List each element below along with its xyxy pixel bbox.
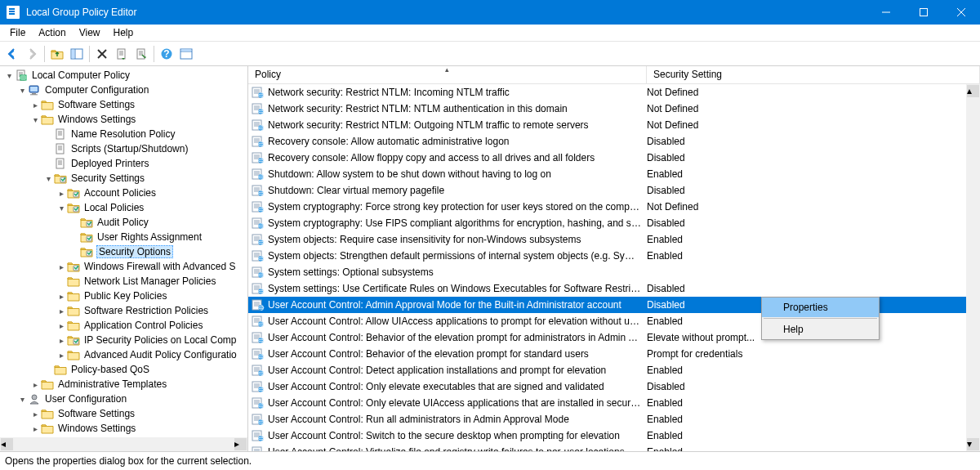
column-header-setting[interactable]: Security Setting — [647, 66, 980, 83]
close-button[interactable] — [942, 0, 980, 25]
policy-row[interactable]: System cryptography: Force strong key pr… — [248, 199, 980, 215]
tree-item[interactable]: Name Resolution Policy — [0, 127, 247, 141]
expand-caret-icon[interactable]: ▾ — [3, 71, 15, 80]
policy-row[interactable]: User Account Control: Behavior of the el… — [248, 346, 980, 362]
horizontal-scrollbar[interactable]: ◂ ▸ — [0, 437, 247, 451]
tree-item[interactable]: ▸Advanced Audit Policy Configuratio — [0, 347, 247, 362]
maximize-button[interactable] — [905, 0, 942, 25]
menu-help[interactable]: Help — [107, 25, 140, 40]
expand-caret-icon[interactable]: ▸ — [56, 307, 67, 316]
policy-row[interactable]: System settings: Optional subsystems — [248, 264, 980, 280]
expand-caret-icon[interactable] — [42, 365, 54, 374]
expand-caret-icon[interactable] — [42, 145, 54, 154]
tree-item[interactable]: ▸Account Policies — [0, 186, 247, 200]
scroll-left-button[interactable]: ◂ — [1, 438, 13, 450]
scroll-up-button[interactable]: ▴ — [967, 85, 979, 97]
tree-item[interactable]: Security Options — [0, 244, 247, 259]
policy-row[interactable]: Network security: Restrict NTLM: NTLM au… — [248, 101, 980, 117]
expand-caret-icon[interactable]: ▸ — [56, 321, 67, 330]
back-button[interactable] — [3, 45, 21, 63]
expand-caret-icon[interactable]: ▸ — [56, 351, 67, 360]
menu-action[interactable]: Action — [32, 25, 72, 40]
tree-item[interactable]: Audit Policy — [0, 215, 247, 230]
tree-item[interactable]: ▾Local Policies — [0, 200, 247, 215]
tree-item[interactable]: ▸Windows Firewall with Advanced S — [0, 259, 247, 274]
delete-button[interactable] — [93, 45, 111, 63]
tree-item[interactable]: ▸Software Settings — [0, 406, 247, 421]
expand-caret-icon[interactable]: ▾ — [29, 115, 41, 124]
expand-caret-icon[interactable]: ▾ — [16, 86, 28, 95]
expand-caret-icon[interactable]: ▾ — [16, 395, 28, 404]
menu-view[interactable]: View — [73, 25, 107, 40]
tree-item[interactable]: ▸Application Control Policies — [0, 318, 247, 333]
expand-caret-icon[interactable] — [69, 218, 80, 227]
policy-row[interactable]: System cryptography: Use FIPS compliant … — [248, 215, 980, 231]
scroll-right-button[interactable]: ▸ — [234, 438, 247, 450]
tree-item-label: IP Security Policies on Local Comp — [83, 334, 238, 346]
expand-caret-icon[interactable] — [69, 248, 80, 257]
expand-caret-icon[interactable]: ▸ — [56, 336, 67, 345]
tree-item[interactable]: User Rights Assignment — [0, 230, 247, 244]
tree-item[interactable]: ▾Security Settings — [0, 171, 247, 186]
policy-row[interactable]: Recovery console: Allow automatic admini… — [248, 133, 980, 150]
tree-item[interactable]: ▾Computer Configuration — [0, 83, 247, 97]
expand-caret-icon[interactable]: ▸ — [29, 380, 41, 389]
policy-row[interactable]: Shutdown: Allow system to be shut down w… — [248, 166, 980, 182]
expand-caret-icon[interactable] — [69, 233, 80, 242]
policy-row[interactable]: Network security: Restrict NTLM: Incomin… — [248, 84, 980, 101]
policy-row[interactable]: Network security: Restrict NTLM: Outgoin… — [248, 117, 980, 133]
tree-item[interactable]: ▸Public Key Policies — [0, 289, 247, 303]
expand-caret-icon[interactable]: ▸ — [56, 262, 67, 271]
doc-icon — [54, 142, 67, 155]
policy-row[interactable]: User Account Control: Detect application… — [248, 362, 980, 378]
tree-item[interactable]: Deployed Printers — [0, 156, 247, 171]
menu-file[interactable]: File — [3, 25, 32, 40]
expand-caret-icon[interactable]: ▸ — [29, 410, 41, 419]
policy-row[interactable]: User Account Control: Only elevate execu… — [248, 378, 980, 395]
policy-row[interactable]: User Account Control: Virtualize file an… — [248, 444, 980, 451]
tree-item[interactable]: ▸Software Settings — [0, 97, 247, 112]
vertical-scrollbar[interactable]: ▴ ▾ — [966, 84, 980, 451]
help-button[interactable]: ? — [158, 45, 176, 63]
policy-row[interactable]: System objects: Strengthen default permi… — [248, 248, 980, 264]
expand-caret-icon[interactable]: ▾ — [42, 174, 54, 183]
minimize-button[interactable] — [867, 0, 905, 25]
expand-caret-icon[interactable]: ▸ — [29, 424, 41, 433]
expand-caret-icon[interactable]: ▸ — [56, 292, 67, 301]
tree-item[interactable]: Network List Manager Policies — [0, 274, 247, 289]
forward-button[interactable] — [23, 45, 41, 63]
show-hide-tree-button[interactable] — [68, 45, 86, 63]
tree-item[interactable]: Policy-based QoS — [0, 362, 247, 377]
policy-row[interactable]: User Account Control: Switch to the secu… — [248, 427, 980, 444]
export-list-button[interactable] — [113, 45, 131, 63]
tree-item[interactable]: ▸Administrative Templates — [0, 377, 247, 392]
tree-item[interactable]: ▾Windows Settings — [0, 112, 247, 127]
context-menu-item[interactable]: Help — [762, 320, 879, 339]
scroll-down-button[interactable]: ▾ — [967, 438, 979, 450]
properties-button[interactable] — [132, 45, 150, 63]
expand-caret-icon[interactable]: ▾ — [56, 204, 67, 213]
policy-row[interactable]: System objects: Require case insensitivi… — [248, 231, 980, 248]
tree-item[interactable]: ▸Software Restriction Policies — [0, 303, 247, 318]
expand-caret-icon[interactable]: ▸ — [56, 189, 67, 198]
up-level-button[interactable] — [48, 45, 66, 63]
refresh-button[interactable] — [177, 45, 195, 63]
tree-item[interactable]: ▸Windows Settings — [0, 421, 247, 436]
policy-row[interactable]: System settings: Use Certificate Rules o… — [248, 280, 980, 297]
column-header-policy[interactable]: Policy▴ — [248, 66, 647, 83]
context-menu-item[interactable]: Properties — [762, 298, 879, 317]
tree-item[interactable]: ▾Local Computer Policy — [0, 68, 247, 83]
tree-item[interactable]: Scripts (Startup/Shutdown) — [0, 141, 247, 156]
tree-pane[interactable]: ▾Local Computer Policy▾Computer Configur… — [0, 66, 248, 451]
policy-row[interactable]: User Account Control: Only elevate UIAcc… — [248, 395, 980, 411]
list-pane[interactable]: Policy▴ Security Setting Network securit… — [248, 66, 980, 451]
policy-row[interactable]: Recovery console: Allow floppy copy and … — [248, 150, 980, 166]
tree-item[interactable]: ▾User Configuration — [0, 392, 247, 406]
policy-row[interactable]: User Account Control: Run all administra… — [248, 411, 980, 427]
expand-caret-icon[interactable] — [42, 130, 54, 139]
expand-caret-icon[interactable]: ▸ — [29, 101, 41, 110]
tree-item[interactable]: ▸IP Security Policies on Local Comp — [0, 333, 247, 347]
policy-row[interactable]: Shutdown: Clear virtual memory pagefileD… — [248, 182, 980, 199]
expand-caret-icon[interactable] — [42, 159, 54, 168]
expand-caret-icon[interactable] — [56, 277, 67, 286]
